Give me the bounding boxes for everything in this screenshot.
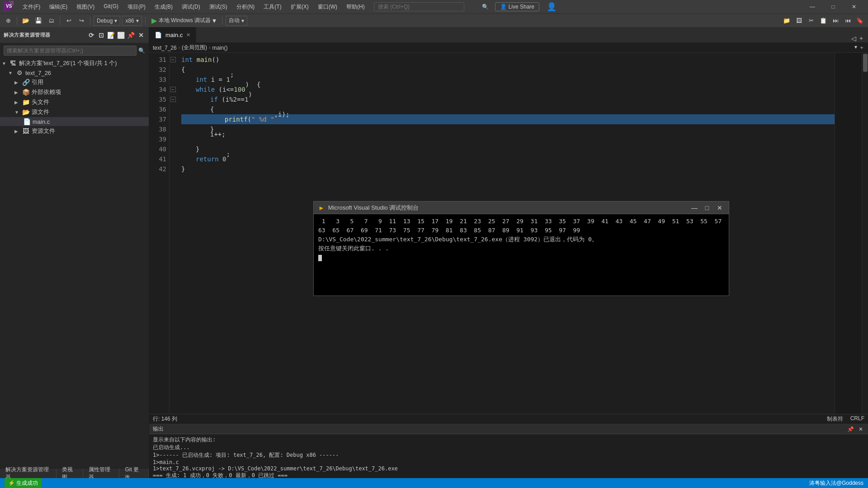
status-ime: 涛粤输入法@Goddess: [809, 479, 863, 487]
panel-close-btn[interactable]: ✕: [857, 426, 864, 433]
sidebar-props-btn[interactable]: ⊡: [97, 32, 105, 39]
console-cursor: [318, 255, 322, 261]
menu-project[interactable]: 项目(P): [124, 2, 149, 12]
output-line-3: 1>------ 已启动生成: 项目: text_7_26, 配置: Debug…: [153, 451, 864, 459]
scrollbar-thumb[interactable]: [863, 54, 868, 72]
toolbar-btn-5[interactable]: ⏭: [830, 16, 841, 26]
toolbar-new[interactable]: ⊕: [3, 16, 14, 26]
sol-tab-props[interactable]: 属性管理器: [83, 469, 120, 479]
global-search-input[interactable]: [374, 2, 464, 11]
sidebar-new-file-btn[interactable]: 📝: [107, 32, 115, 39]
fold-btn-35[interactable]: −: [170, 94, 178, 104]
tab-add-btn[interactable]: ＋: [858, 34, 864, 42]
toolbar-btn-3[interactable]: ✂: [806, 16, 816, 26]
tree-source-files[interactable]: ▼ 📂 源文件: [0, 107, 149, 117]
debug-config-dropdown[interactable]: Debug ▾: [94, 16, 120, 26]
breadcrumb-scope[interactable]: (全局范围): [182, 44, 207, 52]
tree-external-deps[interactable]: ▶ 📦 外部依赖项: [0, 87, 149, 97]
run-button[interactable]: ▶ 本地 Windows 调试器 ▾: [149, 16, 219, 25]
console-close-btn[interactable]: ✕: [715, 203, 724, 212]
solution-label: 解决方案'text_7_26'(1 个项目/共 1 个): [19, 59, 117, 67]
breadcrumb-file[interactable]: text_7_26: [153, 45, 177, 51]
collapse-icon-35[interactable]: −: [170, 97, 176, 102]
toolbar-undo[interactable]: ↩: [63, 16, 74, 26]
debug-config-label: Debug: [97, 18, 113, 24]
menu-view[interactable]: 视图(V): [73, 2, 98, 12]
solution-item[interactable]: ▼ 🏗 解决方案'text_7_26'(1 个项目/共 1 个): [0, 58, 149, 68]
menu-analyze[interactable]: 分析(N): [233, 2, 259, 12]
toolbar-redo[interactable]: ↪: [76, 16, 87, 26]
sol-tab-git[interactable]: Git 更改: [119, 469, 149, 479]
menu-extensions[interactable]: 扩展(X): [287, 2, 312, 12]
toolbar-sep-5: [222, 17, 222, 25]
close-button[interactable]: ✕: [844, 0, 864, 14]
menu-window[interactable]: 窗口(W): [314, 2, 341, 12]
toolbar-save[interactable]: 💾: [33, 16, 44, 26]
live-share-button[interactable]: 👤 Live Share: [495, 2, 539, 11]
sidebar-collapse-btn[interactable]: ⬜: [117, 32, 125, 39]
paren-open: (): [212, 55, 219, 65]
line-num-31: 31: [152, 55, 166, 65]
maximize-button[interactable]: □: [823, 0, 844, 14]
collapse-icon-34[interactable]: −: [170, 87, 176, 92]
output-line-2: 已启动生成...: [153, 444, 864, 451]
minimize-button[interactable]: —: [802, 0, 823, 14]
toolbar-open[interactable]: 📂: [20, 16, 31, 26]
auto-dropdown[interactable]: 自动 ▾: [226, 16, 247, 26]
menu-test[interactable]: 测试(S): [206, 2, 231, 12]
tab-pin-btn[interactable]: ◁: [851, 35, 856, 42]
line-num-42: 42: [152, 164, 166, 174]
vs-logo: VS: [4, 1, 14, 13]
console-maximize-btn[interactable]: □: [703, 203, 712, 212]
tree-resources[interactable]: ▶ 🖼 资源文件: [0, 126, 149, 136]
tab-close-btn[interactable]: ✕: [186, 32, 190, 38]
fold-btn-34[interactable]: −: [170, 84, 178, 94]
breadcrumb-symbol[interactable]: main(): [212, 45, 227, 51]
sol-tab-class[interactable]: 类视图: [57, 469, 83, 479]
auto-label: 自动: [229, 17, 240, 24]
line-num-34: 34: [152, 84, 166, 94]
line-num-35: 35: [152, 94, 166, 104]
breadcrumb-chevron[interactable]: ▾: [854, 44, 857, 52]
collapse-icon-31[interactable]: −: [170, 57, 176, 62]
menu-debug[interactable]: 调试(D): [178, 2, 204, 12]
panel-pin-btn[interactable]: 📌: [846, 426, 855, 433]
menu-help[interactable]: 帮助(H): [343, 2, 368, 12]
sidebar-header: 解决方案资源管理器 ⟳ ⊡ 📝 ⬜ 📌 ✕: [0, 27, 149, 43]
menu-git[interactable]: Git(G): [100, 2, 122, 12]
menu-file[interactable]: 文件(F): [19, 2, 44, 12]
line-num-33: 33: [152, 75, 166, 84]
toolbar-btn-4[interactable]: 📋: [818, 16, 829, 26]
brace-main-close: }: [181, 164, 185, 174]
user-avatar[interactable]: 👤: [547, 2, 557, 12]
project-item[interactable]: ▼ ⚙ text_7_26: [0, 68, 149, 77]
encoding-label: 制表符: [827, 415, 843, 423]
toolbar-btn-7[interactable]: 🔖: [854, 16, 865, 26]
tab-main-c[interactable]: 📄 main.c ✕: [149, 27, 196, 42]
tree-references[interactable]: ▶ 🔗 引用: [0, 77, 149, 87]
tree-headers[interactable]: ▶ 📁 头文件: [0, 97, 149, 107]
toolbar-save-all[interactable]: 🗂: [46, 16, 57, 26]
breadcrumb-add[interactable]: ＋: [859, 44, 864, 52]
code-line-41: return 0;: [181, 154, 835, 164]
toolbar-btn-2[interactable]: 🖼: [793, 16, 804, 26]
toolbar-btn-6[interactable]: ⏮: [842, 16, 853, 26]
tree-main-c[interactable]: 📄 main.c: [0, 117, 149, 126]
fold-btn-31[interactable]: −: [170, 55, 178, 65]
run-dropdown-icon: ▾: [212, 16, 216, 25]
toolbar-btn-1[interactable]: 📁: [781, 16, 792, 26]
sidebar-close-btn[interactable]: ✕: [137, 32, 145, 39]
menu-edit[interactable]: 编辑(E): [46, 2, 71, 12]
console-minimize-btn[interactable]: —: [690, 203, 699, 212]
code-line-42: }: [181, 164, 835, 174]
arch-dropdown[interactable]: x86 ▾: [122, 16, 142, 26]
menu-build[interactable]: 生成(B): [151, 2, 176, 12]
sidebar-sync-btn[interactable]: ⟳: [87, 32, 95, 39]
editor-scrollbar[interactable]: [862, 53, 868, 414]
output-header: 输出 📌 ✕: [149, 424, 868, 434]
menu-tools[interactable]: 工具(T): [260, 2, 285, 12]
title-bar: VS 文件(F) 编辑(E) 视图(V) Git(G) 项目(P) 生成(B) …: [0, 0, 868, 14]
sol-tab-explorer[interactable]: 解决方案资源管理器: [0, 469, 57, 479]
sidebar-search-input[interactable]: [4, 46, 137, 56]
sidebar-pin-btn[interactable]: 📌: [127, 32, 135, 39]
